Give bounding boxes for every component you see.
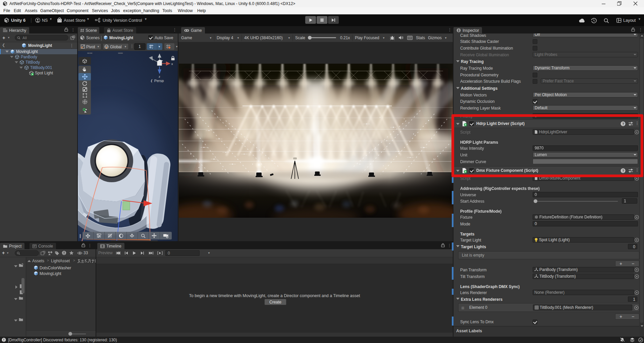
svg-text:z: z	[159, 75, 160, 78]
svg-text:x: x	[171, 62, 173, 66]
svg-text:❬ Persp: ❬ Persp	[150, 79, 164, 82]
svg-text:Y: Y	[151, 47, 153, 49]
